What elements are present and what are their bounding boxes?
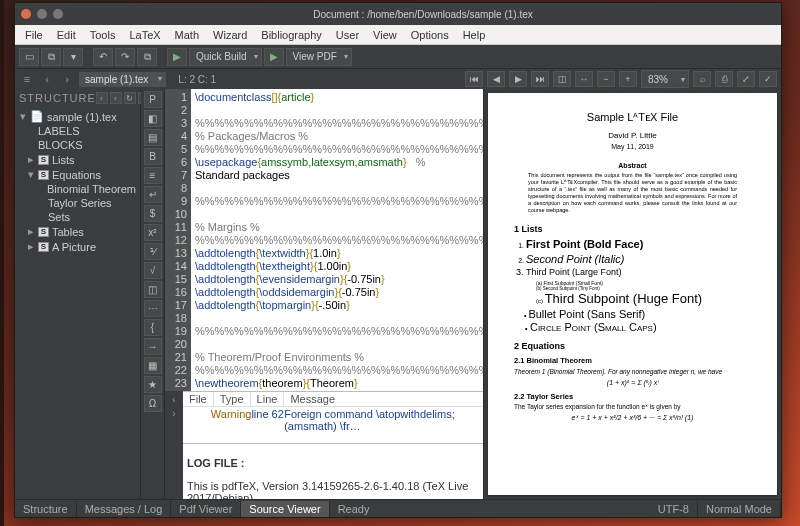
pdf-page[interactable]: Sample LᴬTᴇX File David P. Little May 11… — [488, 93, 777, 495]
main-toolbar: ▭ ⧉ ▾ ↶ ↷ ⧉ ▶ Quick Build ▶ View PDF — [15, 45, 781, 69]
menu-user[interactable]: User — [330, 27, 365, 43]
side-bold-icon[interactable]: B — [144, 148, 162, 165]
run-icon[interactable]: ▶ — [167, 48, 187, 66]
struct-next-icon[interactable]: › — [110, 92, 122, 104]
tree-item[interactable]: Sets — [17, 210, 138, 224]
page-last-icon[interactable]: ⏭ — [531, 71, 549, 87]
msg-left-chevron-icon[interactable]: ‹ — [168, 393, 180, 405]
side-user-icon[interactable]: ★ — [144, 376, 162, 393]
menu-latex[interactable]: LaTeX — [123, 27, 166, 43]
tree-item[interactable]: Binomial Theorem — [17, 182, 138, 196]
close-icon[interactable] — [21, 9, 31, 19]
pdf-taylor-text: The Taylor series expansion for the func… — [514, 403, 751, 411]
msg-right-chevron-icon[interactable]: › — [168, 407, 180, 419]
titlebar[interactable]: Document : /home/ben/Downloads/sample (1… — [15, 3, 781, 25]
file-tab[interactable]: sample (1).tex — [79, 72, 166, 87]
page-prev-icon[interactable]: ◀ — [487, 71, 505, 87]
struct-refresh-icon[interactable]: ↻ — [124, 92, 136, 104]
zoom-in-icon[interactable]: + — [619, 71, 637, 87]
viewpdf-dropdown[interactable]: View PDF — [286, 48, 352, 66]
col-file[interactable]: File — [183, 392, 214, 406]
redo-icon[interactable]: ↷ — [115, 48, 135, 66]
tab-menu-icon[interactable]: ≡ — [19, 71, 35, 87]
side-sqrt-icon[interactable]: √ — [144, 262, 162, 279]
code-area[interactable]: \documentclass[]{article} %%%%%%%%%%%%%%… — [191, 89, 483, 391]
new-icon[interactable]: ▭ — [19, 48, 39, 66]
print-icon[interactable]: ⎙ — [715, 71, 733, 87]
tabbar: ≡ ‹ › sample (1).tex L: 2 C: 1 ⏮ ◀ ▶ ⏭ ◫… — [15, 69, 781, 89]
tree-item[interactable]: LABELS — [17, 124, 138, 138]
tree-item[interactable]: ▸STables — [17, 224, 138, 239]
msg-line: line 62 — [251, 408, 284, 432]
menu-view[interactable]: View — [367, 27, 403, 43]
code-editor[interactable]: 1234567891011121314151617181920212223242… — [165, 89, 483, 391]
tree-item[interactable]: Taylor Series — [17, 196, 138, 210]
check-icon[interactable]: ✓ — [759, 71, 777, 87]
side-part-icon[interactable]: P — [144, 91, 162, 108]
tab-prev-icon[interactable]: ‹ — [39, 71, 55, 87]
tab-next-icon[interactable]: › — [59, 71, 75, 87]
side-misc-icon[interactable]: Ω — [144, 395, 162, 412]
minimize-icon[interactable] — [37, 9, 47, 19]
col-message[interactable]: Message — [284, 392, 483, 406]
footer-encoding[interactable]: UTF-8 — [650, 501, 698, 517]
side-dots-icon[interactable]: ⋯ — [144, 300, 162, 317]
menu-options[interactable]: Options — [405, 27, 455, 43]
menu-bibliography[interactable]: Bibliography — [255, 27, 328, 43]
fit-width-icon[interactable]: ↔ — [575, 71, 593, 87]
log-title: LOG FILE : — [187, 457, 479, 469]
side-item-icon[interactable]: ▤ — [144, 129, 162, 146]
menu-wizard[interactable]: Wizard — [207, 27, 253, 43]
side-math-icon[interactable]: $ — [144, 205, 162, 222]
zoom-out-icon[interactable]: − — [597, 71, 615, 87]
message-row[interactable]: Warning line 62 Foreign command \atopwit… — [183, 407, 483, 433]
side-brace-icon[interactable]: { — [144, 319, 162, 336]
side-newline-icon[interactable]: ↵ — [144, 186, 162, 203]
side-sup-icon[interactable]: x² — [144, 224, 162, 241]
struct-prev-icon[interactable]: ‹ — [96, 92, 108, 104]
tree-item[interactable]: ▸SLists — [17, 152, 138, 167]
footer-status: Ready — [330, 501, 378, 517]
undo-icon[interactable]: ↶ — [93, 48, 113, 66]
page-next-icon[interactable]: ▶ — [509, 71, 527, 87]
pdf-abstract: This document represents the output from… — [528, 172, 737, 213]
pdf-abstract-heading: Abstract — [514, 162, 751, 171]
footer-tab-source[interactable]: Source Viewer — [241, 501, 329, 517]
external-icon[interactable]: ⤢ — [737, 71, 755, 87]
menu-help[interactable]: Help — [457, 27, 492, 43]
footer-tab-pdf[interactable]: Pdf Viewer — [171, 501, 241, 517]
save-icon[interactable]: ▾ — [63, 48, 83, 66]
find-icon[interactable]: ⌕ — [693, 71, 711, 87]
menu-edit[interactable]: Edit — [51, 27, 82, 43]
messages-panel: File Type Line Message Warning line 62 F… — [183, 391, 483, 443]
structure-tree[interactable]: ▾📄 sample (1).texLABELSBLOCKS▸SLists▾SEq… — [15, 107, 140, 499]
tree-item[interactable]: BLOCKS — [17, 138, 138, 152]
footer-mode[interactable]: Normal Mode — [698, 501, 781, 517]
pdf-li-3c: (c) (c) Third Subpoint (Huge Font)Third … — [536, 291, 751, 307]
tree-item[interactable]: ▸SA Picture — [17, 239, 138, 254]
copy-icon[interactable]: ⧉ — [137, 48, 157, 66]
zoom-dropdown[interactable]: 83% — [641, 70, 689, 88]
menu-math[interactable]: Math — [169, 27, 205, 43]
menu-file[interactable]: File — [19, 27, 49, 43]
footer-tab-messages[interactable]: Messages / Log — [77, 501, 172, 517]
fit-page-icon[interactable]: ◫ — [553, 71, 571, 87]
side-label-icon[interactable]: ◧ — [144, 110, 162, 127]
side-center-icon[interactable]: ≡ — [144, 167, 162, 184]
side-ref-icon[interactable]: ◫ — [144, 281, 162, 298]
side-frac-icon[interactable]: ⅟ — [144, 243, 162, 260]
open-icon[interactable]: ⧉ — [41, 48, 61, 66]
tree-root[interactable]: ▾📄 sample (1).tex — [17, 109, 138, 124]
footer-tab-structure[interactable]: Structure — [15, 501, 77, 517]
window-controls — [21, 9, 63, 19]
page-first-icon[interactable]: ⏮ — [465, 71, 483, 87]
side-matrix-icon[interactable]: ▦ — [144, 357, 162, 374]
tree-item[interactable]: ▾SEquations — [17, 167, 138, 182]
col-line[interactable]: Line — [251, 392, 285, 406]
menu-tools[interactable]: Tools — [84, 27, 122, 43]
side-arrow-icon[interactable]: → — [144, 338, 162, 355]
view-icon[interactable]: ▶ — [264, 48, 284, 66]
build-dropdown[interactable]: Quick Build — [189, 48, 262, 66]
col-type[interactable]: Type — [214, 392, 251, 406]
maximize-icon[interactable] — [53, 9, 63, 19]
